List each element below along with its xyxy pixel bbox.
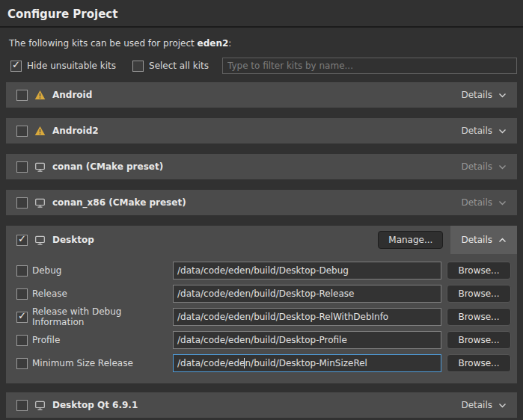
kit-name: Android — [52, 90, 92, 100]
kit-row-conan: conan (CMake preset) Details — [6, 154, 517, 179]
build-dir-input[interactable] — [173, 354, 441, 372]
hide-unsuitable-checkbox[interactable] — [10, 61, 22, 72]
build-dir-field — [173, 331, 441, 349]
config-row-debug: Debug Browse... — [16, 262, 511, 280]
kit-row-desktop: Desktop Manage... Details — [6, 226, 517, 254]
page-title: Configure Project — [0, 0, 523, 21]
monitor-icon — [34, 161, 46, 173]
build-dir-input[interactable] — [173, 331, 441, 349]
monitor-icon — [34, 235, 46, 246]
config-row-minsizerel: Minimum Size Release Browse... — [16, 354, 511, 372]
details-label: Details — [461, 235, 492, 245]
kit-block-desktop: Desktop Manage... Details Debug Browse..… — [6, 226, 517, 383]
intro-text-after: : — [228, 38, 231, 49]
kit-row-desktop-qt: Desktop Qt 6.9.1 Details — [6, 392, 517, 418]
details-label: Details — [461, 197, 492, 208]
hide-unsuitable-kits-option[interactable]: Hide unsuitable kits — [10, 61, 116, 72]
chevron-down-icon — [498, 126, 507, 136]
details-label: Details — [461, 400, 492, 410]
details-toggle-expanded[interactable]: Details — [450, 226, 517, 254]
config-checkbox[interactable] — [16, 312, 28, 323]
details-label: Details — [461, 90, 492, 100]
kit-row-android2: Android2 Details — [6, 118, 517, 143]
config-row-release: Release Browse... — [16, 285, 511, 303]
config-checkbox[interactable] — [16, 265, 28, 277]
kit-checkbox[interactable] — [16, 235, 28, 246]
kit-row-conan-x86: conan_x86 (CMake preset) Details — [6, 190, 517, 215]
warning-icon — [34, 90, 46, 100]
details-label: Details — [461, 126, 492, 136]
config-row-profile: Profile Browse... — [16, 331, 511, 349]
browse-button[interactable]: Browse... — [447, 262, 511, 280]
intro-text-before: The following kits can be used for proje… — [9, 38, 198, 49]
config-row-relwithdebinfo: Release with Debug Information Browse... — [16, 308, 511, 326]
kit-checkbox[interactable] — [16, 126, 28, 137]
hide-unsuitable-label: Hide unsuitable kits — [27, 61, 116, 71]
browse-button[interactable]: Browse... — [447, 285, 511, 303]
details-label: Details — [461, 161, 492, 172]
manage-button[interactable]: Manage... — [378, 231, 443, 249]
select-all-kits-option[interactable]: Select all kits — [132, 61, 209, 72]
details-toggle[interactable]: Details — [450, 118, 517, 143]
build-dir-input[interactable] — [173, 308, 441, 326]
chevron-down-icon — [498, 90, 507, 100]
kit-filter-input[interactable] — [222, 58, 517, 74]
kit-name: Desktop — [52, 235, 94, 245]
build-dir-field — [173, 285, 441, 303]
details-toggle[interactable]: Details — [450, 154, 517, 179]
kit-name: Desktop Qt 6.9.1 — [52, 400, 138, 410]
intro-text: The following kits can be used for proje… — [9, 38, 523, 49]
configure-project-page: Configure Project The following kits can… — [0, 0, 523, 418]
chevron-up-icon — [498, 235, 507, 245]
monitor-icon — [34, 400, 46, 411]
kit-checkbox[interactable] — [16, 90, 28, 101]
config-label: Debug — [32, 265, 173, 276]
browse-button[interactable]: Browse... — [447, 308, 511, 326]
kit-checkbox[interactable] — [16, 400, 28, 411]
select-all-label: Select all kits — [149, 61, 209, 71]
monitor-icon — [34, 197, 46, 209]
details-toggle[interactable]: Details — [450, 82, 517, 108]
build-dir-input[interactable] — [173, 262, 441, 280]
chevron-down-icon — [498, 400, 507, 410]
project-name: eden2 — [198, 38, 229, 49]
kit-controls: Hide unsuitable kits Select all kits — [10, 58, 517, 74]
build-dir-field — [173, 308, 441, 326]
kit-name: conan (CMake preset) — [52, 161, 163, 172]
kit-checkbox[interactable] — [16, 197, 28, 209]
browse-button[interactable]: Browse... — [447, 331, 511, 349]
details-toggle[interactable]: Details — [450, 392, 517, 418]
chevron-down-icon — [498, 197, 507, 208]
build-dir-field — [173, 354, 441, 372]
config-label: Release with Debug Information — [32, 306, 173, 327]
config-checkbox[interactable] — [16, 358, 28, 369]
kit-list: Android Details Android2 Details c — [0, 82, 523, 418]
title-divider — [0, 26, 523, 28]
details-toggle[interactable]: Details — [450, 190, 517, 215]
kit-row-android: Android Details — [6, 82, 517, 108]
config-label: Minimum Size Release — [32, 358, 173, 368]
build-dir-input[interactable] — [173, 285, 441, 303]
build-dir-field — [173, 262, 441, 280]
kit-name: Android2 — [52, 126, 99, 136]
kit-checkbox[interactable] — [16, 161, 28, 173]
chevron-down-icon — [498, 161, 507, 172]
config-label: Release — [32, 288, 173, 299]
kit-name: conan_x86 (CMake preset) — [52, 197, 186, 208]
warning-icon — [34, 126, 46, 136]
config-checkbox[interactable] — [16, 335, 28, 346]
config-checkbox[interactable] — [16, 288, 28, 300]
build-configurations: Debug Browse... Release Browse... — [6, 254, 517, 372]
browse-button[interactable]: Browse... — [447, 354, 511, 372]
select-all-checkbox[interactable] — [132, 61, 144, 72]
config-label: Profile — [32, 335, 173, 345]
